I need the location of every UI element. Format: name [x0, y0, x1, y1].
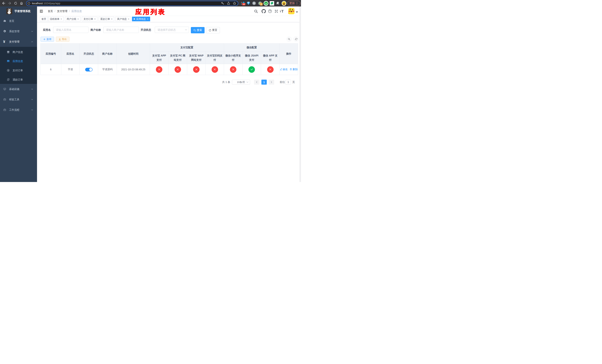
svg-text:y: y — [265, 2, 267, 5]
svg-text:T: T — [281, 9, 284, 13]
svg-text:T: T — [280, 10, 281, 13]
svg-text:⌘: ⌘ — [253, 2, 255, 5]
